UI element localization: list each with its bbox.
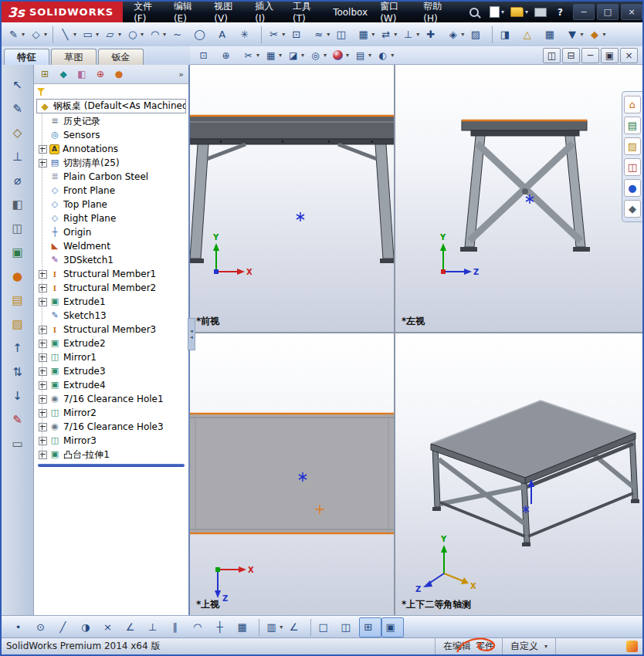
viewport-splitter-vertical[interactable] xyxy=(394,65,395,615)
expand-icon[interactable] xyxy=(39,367,47,376)
line-button[interactable]: ╲ ▾ xyxy=(56,25,79,45)
chevron-down-icon[interactable]: ▾ xyxy=(118,31,121,38)
zoom-fit-button[interactable]: ⊡ ▾ xyxy=(195,46,217,66)
tree-item[interactable]: Mirror3 xyxy=(34,434,188,448)
tree-item[interactable]: Structural Member3 xyxy=(34,323,188,336)
expand-icon[interactable] xyxy=(39,353,47,362)
snap-grid-button[interactable]: ▦ ▾ xyxy=(233,617,256,637)
sketch-text-button[interactable]: A ▾ xyxy=(213,25,236,45)
view-orientation-button[interactable]: ▦ ▾ xyxy=(262,46,284,66)
menu-edit[interactable]: 编辑(E) xyxy=(168,2,208,22)
chevron-down-icon[interactable]: ▾ xyxy=(501,8,504,15)
expand-icon[interactable] xyxy=(39,270,47,279)
tree-item[interactable]: Extrude1 xyxy=(34,295,188,309)
tree-item[interactable]: Sensors xyxy=(34,128,188,142)
rectangle-button[interactable]: ▭ ▾ xyxy=(79,25,101,45)
chevron-down-icon[interactable]: ▾ xyxy=(525,8,528,15)
linked-views-button[interactable]: ▣ ▾ xyxy=(381,617,404,637)
convert-entities-button[interactable]: ⊡ ▾ xyxy=(287,25,310,45)
tree-item[interactable]: Right Plane xyxy=(34,211,188,225)
expand-icon[interactable] xyxy=(39,423,47,431)
circle-button[interactable]: ○ ▾ xyxy=(124,25,146,45)
grid-settings-button[interactable]: ▥ ▾ xyxy=(263,617,285,637)
displaymanager-tab[interactable]: ● xyxy=(110,66,128,83)
child-minimize-button[interactable]: ─ xyxy=(581,48,599,63)
design-library-tab[interactable]: ▤ xyxy=(624,117,641,134)
appearances-tab[interactable]: ● xyxy=(624,179,641,197)
snap-midpoint-button[interactable]: ┼ ▾ xyxy=(211,617,233,637)
chevron-down-icon[interactable]: ▾ xyxy=(602,31,605,38)
snap-center-button[interactable]: ⊙ ▾ xyxy=(32,617,54,637)
new-document-button[interactable]: ▾ xyxy=(486,4,507,21)
featuremanager-tab[interactable]: ⊞ xyxy=(36,66,54,83)
chevron-down-icon[interactable]: ▾ xyxy=(141,31,144,38)
offset-entities-button[interactable]: ≈ ▾ xyxy=(310,25,332,45)
menu-help[interactable]: 帮助(H) xyxy=(417,2,459,22)
smart-dimension-button[interactable]: ◇ ▾ xyxy=(27,25,49,45)
menu-view[interactable]: 视图(V) xyxy=(208,2,249,22)
propertymanager-tab[interactable]: ◆ xyxy=(54,66,73,83)
tree-item[interactable]: Mirror1 xyxy=(34,350,188,364)
minimize-button[interactable]: ─ xyxy=(573,4,595,20)
file-explorer-tab[interactable]: ▨ xyxy=(624,137,641,155)
front-view-canvas[interactable]: Y X xyxy=(190,65,394,332)
snap-parallel-button[interactable]: ∥ ▾ xyxy=(166,617,188,637)
mirror-entities-button[interactable]: ◫ ▾ xyxy=(332,25,354,45)
four-view-button[interactable]: ⊞ ▾ xyxy=(359,617,381,637)
shaded-tool-button[interactable]: ▣ xyxy=(6,242,29,263)
rapid-sketch-button[interactable]: ▨ ▾ xyxy=(466,25,489,45)
dimension-tool-button[interactable]: ◇ xyxy=(6,122,29,144)
child-restore-button[interactable]: ▣ xyxy=(601,48,619,63)
reorder-button[interactable]: ⇅ xyxy=(6,361,29,383)
panel-splitter[interactable]: ◂◂ xyxy=(188,318,195,350)
viewport-left[interactable]: Y Z *左视 xyxy=(395,65,642,332)
viewport-splitter-horizontal[interactable] xyxy=(190,332,642,333)
texture-tool-button[interactable]: ▨ xyxy=(6,313,29,335)
tab-sketch[interactable]: 草图 xyxy=(51,49,97,65)
resources-tab[interactable]: ⌂ xyxy=(624,96,641,113)
overflow-chevron[interactable]: » xyxy=(175,69,187,79)
section-view-button[interactable]: ✂ ▾ xyxy=(239,46,262,66)
zoom-area-button[interactable]: ⊕ ▾ xyxy=(217,46,239,66)
table-model[interactable] xyxy=(190,116,394,263)
tree-root-item[interactable]: 钢板桌 (Default<As Machined> xyxy=(36,99,186,113)
scene-tool-button[interactable]: ▤ xyxy=(6,289,29,311)
tree-item[interactable]: Plain Carbon Steel xyxy=(34,170,188,184)
chevron-down-icon[interactable]: ▾ xyxy=(346,52,349,59)
display-relations-button[interactable]: ⊥ ▾ xyxy=(399,25,422,45)
angle-snap-button[interactable]: ∠ ▾ xyxy=(285,617,307,637)
expand-icon[interactable] xyxy=(39,395,47,404)
erase-mark-button[interactable]: ▭ xyxy=(6,433,29,455)
dimxpertmanager-tab[interactable]: ⊕ xyxy=(91,66,110,83)
tab-features[interactable]: 特征 xyxy=(4,49,49,65)
tree-item[interactable]: 切割清单(25) xyxy=(34,156,188,170)
viewport-isometric[interactable]: Y X Z *上下二等角轴测 xyxy=(395,333,642,615)
chevron-down-icon[interactable]: ▾ xyxy=(279,52,282,59)
tree-item[interactable]: 历史记录 xyxy=(34,114,188,128)
close-button[interactable]: × xyxy=(621,4,642,20)
sketch-alert-button[interactable]: △ ▾ xyxy=(518,25,541,45)
child-close-button[interactable]: × xyxy=(620,48,638,63)
expand-icon[interactable] xyxy=(39,159,47,167)
edit-appearance-button[interactable]: ▾ xyxy=(329,46,351,66)
point-button[interactable]: ✳ ▾ xyxy=(236,25,258,45)
chevron-down-icon[interactable]: ▾ xyxy=(163,31,166,38)
sketch-button[interactable]: ✎ ▾ xyxy=(5,25,27,45)
custom-properties-tab[interactable]: ◆ xyxy=(624,200,641,218)
expand-icon[interactable] xyxy=(39,340,47,348)
left-view-canvas[interactable]: Y Z xyxy=(395,65,642,332)
chevron-down-icon[interactable]: ▾ xyxy=(73,31,76,38)
customize-button[interactable]: ◆ ▾ xyxy=(585,25,608,45)
expand-icon[interactable] xyxy=(39,437,47,445)
view-settings-button[interactable]: ◐ ▾ xyxy=(374,46,396,66)
hide-show-items-button[interactable]: ◎ ▾ xyxy=(307,46,329,66)
tree-item[interactable]: Structural Member1 xyxy=(34,267,188,281)
rollback-bar[interactable] xyxy=(38,464,185,467)
view-palette-tab[interactable]: ◫ xyxy=(624,158,641,176)
snap-angle-button[interactable]: ∠ ▾ xyxy=(121,617,144,637)
snap-quadrant-button[interactable]: ◑ ▾ xyxy=(76,617,99,637)
viewport-top[interactable]: X Z *上视 xyxy=(190,333,394,615)
chevron-down-icon[interactable]: ▾ xyxy=(44,31,47,38)
snap-intersection-button[interactable]: × ▾ xyxy=(99,617,121,637)
split-pane-button[interactable]: ◫ xyxy=(543,48,561,63)
